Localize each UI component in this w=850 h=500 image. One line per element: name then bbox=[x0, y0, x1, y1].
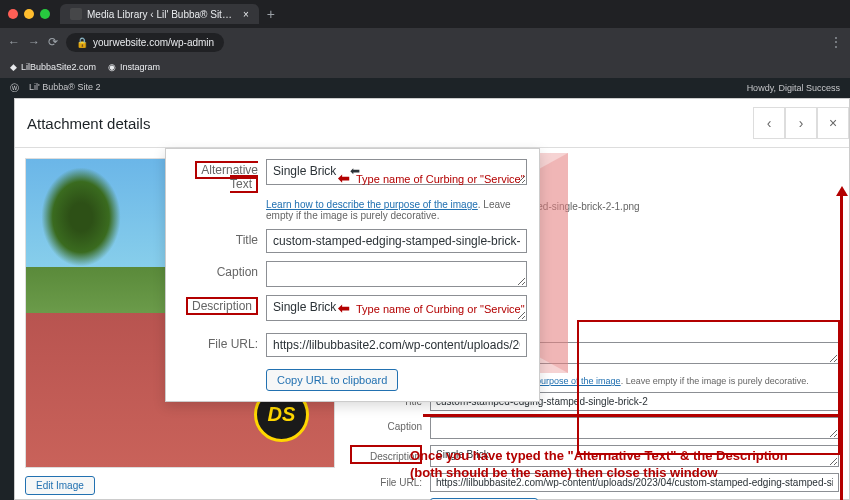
annotation-text: Type name of Curbing or "Service" bbox=[356, 303, 525, 315]
zoom-url-input[interactable] bbox=[266, 333, 527, 357]
annotation-arrow-line bbox=[423, 414, 843, 417]
close-tab-icon[interactable]: × bbox=[243, 9, 249, 20]
bookmarks-bar: ◆LilBubbaSite2.com ◉Instagram bbox=[0, 56, 850, 78]
annotation-arrow-line bbox=[840, 193, 843, 500]
bookmark-item[interactable]: ◆LilBubbaSite2.com bbox=[10, 62, 96, 72]
close-window-icon[interactable] bbox=[8, 9, 18, 19]
address-bar[interactable]: 🔒 yourwebsite.com/wp-admin bbox=[66, 33, 224, 52]
browser-toolbar: ← → ⟳ 🔒 yourwebsite.com/wp-admin ⋮ bbox=[0, 28, 850, 56]
reload-icon[interactable]: ⟳ bbox=[48, 35, 58, 49]
annotation-zoom-overlay: Alternative Text Single Brick ⬅ ⬅Type na… bbox=[165, 148, 540, 402]
maximize-window-icon[interactable] bbox=[40, 9, 50, 19]
annotation-arrowhead-icon bbox=[836, 186, 848, 196]
prev-attachment-button[interactable]: ‹ bbox=[753, 107, 785, 139]
zoom-alt-label: Alternative Text bbox=[195, 161, 258, 193]
zoom-title-label: Title bbox=[178, 229, 258, 247]
zoom-caption-input[interactable] bbox=[266, 261, 527, 287]
arrow-left-icon: ⬅ bbox=[338, 300, 350, 316]
lock-icon: 🔒 bbox=[76, 37, 88, 48]
edit-image-button[interactable]: Edit Image bbox=[25, 476, 95, 495]
image-content bbox=[41, 167, 121, 267]
wp-admin-bar: ⓦ Lil' Bubba® Site 2 Howdy, Digital Succ… bbox=[0, 78, 850, 98]
new-tab-button[interactable]: + bbox=[267, 6, 275, 22]
caption-label: Caption bbox=[350, 417, 422, 432]
zoom-caption-label: Caption bbox=[178, 261, 258, 279]
modal-title: Attachment details bbox=[27, 115, 150, 132]
bookmark-item[interactable]: ◉Instagram bbox=[108, 62, 160, 72]
annotation-text: Type name of Curbing or "Service" bbox=[356, 173, 525, 185]
tab-title: Media Library ‹ Lil' Bubba® Sit… bbox=[87, 9, 232, 20]
browser-tab-strip: Media Library ‹ Lil' Bubba® Sit… × + bbox=[0, 0, 850, 28]
wp-logo-icon[interactable]: ⓦ bbox=[10, 82, 19, 95]
content-area: Attachment details ‹ › × DS Edit Image U… bbox=[0, 98, 850, 500]
browser-tab[interactable]: Media Library ‹ Lil' Bubba® Sit… × bbox=[60, 4, 259, 24]
next-attachment-button[interactable]: › bbox=[785, 107, 817, 139]
wp-sidebar bbox=[0, 98, 14, 500]
tab-favicon bbox=[70, 8, 82, 20]
extensions-icon[interactable]: ⋮ bbox=[830, 35, 842, 49]
close-modal-button[interactable]: × bbox=[817, 107, 849, 139]
forward-icon[interactable]: → bbox=[28, 35, 40, 49]
annotation-instruction: Once you have typed the "Alternative Tex… bbox=[410, 448, 820, 482]
zoom-url-label: File URL: bbox=[178, 333, 258, 351]
window-controls bbox=[8, 9, 50, 19]
url-text: yourwebsite.com/wp-admin bbox=[93, 37, 214, 48]
zoom-alt-help-link[interactable]: Learn how to describe the purpose of the… bbox=[266, 199, 478, 210]
caption-input[interactable] bbox=[430, 417, 839, 439]
howdy-text[interactable]: Howdy, Digital Success bbox=[747, 83, 840, 93]
zoom-title-input[interactable] bbox=[266, 229, 527, 253]
minimize-window-icon[interactable] bbox=[24, 9, 34, 19]
arrow-left-icon: ⬅ bbox=[338, 170, 350, 186]
zoom-copy-url-button[interactable]: Copy URL to clipboard bbox=[266, 369, 398, 391]
zoom-desc-label: Description bbox=[186, 297, 258, 315]
site-link[interactable]: Lil' Bubba® Site 2 bbox=[29, 82, 100, 95]
back-icon[interactable]: ← bbox=[8, 35, 20, 49]
